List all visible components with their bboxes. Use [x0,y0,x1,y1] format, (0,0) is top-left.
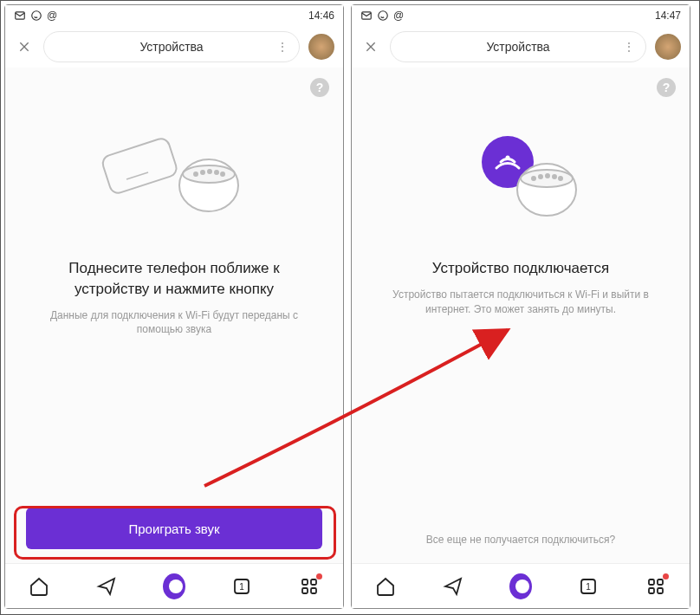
mail-icon [360,10,373,22]
bottom-nav: 1 [352,563,690,608]
status-icons-left: @ [14,10,57,22]
tabs-icon[interactable]: 1 [577,575,600,598]
content-area: ? [352,68,690,563]
svg-point-26 [553,175,556,178]
status-bar: @ 14:46 [5,5,343,26]
send-icon[interactable] [442,575,464,598]
svg-rect-33 [658,588,663,593]
svg-text:1: 1 [586,582,591,592]
at-icon: @ [47,10,57,22]
page-subtitle: Данные для подключения к Wi-Fi будут пер… [23,308,326,338]
svg-rect-31 [658,579,663,585]
svg-point-1 [32,11,42,21]
app-header: Устройства ⋮ [352,26,690,68]
content-area: ? [5,68,343,563]
at-icon: @ [393,10,404,22]
svg-point-6 [194,172,198,176]
avatar[interactable] [655,34,681,60]
illustration [369,99,672,255]
page-title: Поднесите телефон поближе к устройству и… [23,258,326,300]
phone-left: @ 14:46 Устройства ⋮ ? [4,4,344,609]
alice-icon[interactable] [163,575,185,598]
alice-icon[interactable] [509,575,532,598]
home-icon[interactable] [28,575,50,598]
home-icon[interactable] [374,575,397,598]
play-sound-button[interactable]: Проиграть звук [26,508,322,549]
grid-icon[interactable] [298,575,321,598]
app-header: Устройства ⋮ [5,26,343,68]
svg-point-18 [379,11,388,21]
help-icon[interactable]: ? [657,78,676,97]
tabs-icon[interactable]: 1 [230,575,253,598]
whatsapp-icon [377,10,389,22]
illustration [23,99,326,255]
close-icon[interactable] [360,36,381,57]
mail-icon [14,10,26,22]
more-icon[interactable]: ⋮ [623,40,635,54]
svg-rect-14 [311,579,316,585]
page-subtitle: Устройство пытается подключиться к Wi-Fi… [369,288,672,317]
send-icon[interactable] [95,575,118,598]
svg-rect-13 [302,579,308,585]
trouble-link[interactable]: Все еще не получается подключиться? [426,534,615,546]
bottom-nav: 1 [5,563,343,608]
header-title: Устройства [486,40,549,54]
status-icons-left: @ [360,10,404,22]
svg-rect-15 [302,588,308,593]
clock: 14:46 [308,10,334,22]
svg-rect-16 [311,588,316,593]
help-icon[interactable]: ? [310,78,329,97]
svg-point-22 [521,170,573,187]
svg-rect-32 [649,588,654,593]
avatar[interactable] [308,34,334,60]
whatsapp-icon [30,10,42,22]
two-screens: @ 14:46 Устройства ⋮ ? [1,1,699,612]
svg-rect-30 [649,579,654,585]
page-title: Устройство подключается [424,258,618,279]
phone-right: @ 14:47 Устройства ⋮ ? [351,4,690,609]
svg-point-25 [546,174,549,178]
notification-dot [663,573,669,579]
svg-point-23 [532,177,535,180]
clock: 14:47 [655,10,681,22]
svg-rect-2 [100,137,178,196]
svg-text:1: 1 [239,582,244,592]
svg-point-5 [183,165,235,183]
svg-point-20 [506,156,510,160]
svg-point-10 [221,172,224,176]
header-pill[interactable]: Устройства ⋮ [390,31,646,62]
notification-dot [316,573,322,579]
svg-point-8 [208,170,211,173]
svg-point-7 [201,171,204,174]
close-icon[interactable] [14,36,35,57]
svg-point-24 [539,175,542,178]
svg-point-9 [215,171,218,174]
header-pill[interactable]: Устройства ⋮ [43,31,300,62]
more-icon[interactable]: ⋮ [276,40,288,54]
status-bar: @ 14:47 [352,5,690,26]
header-title: Устройства [139,40,203,54]
grid-icon[interactable] [645,575,667,598]
svg-point-27 [559,177,562,180]
svg-line-3 [126,172,148,179]
